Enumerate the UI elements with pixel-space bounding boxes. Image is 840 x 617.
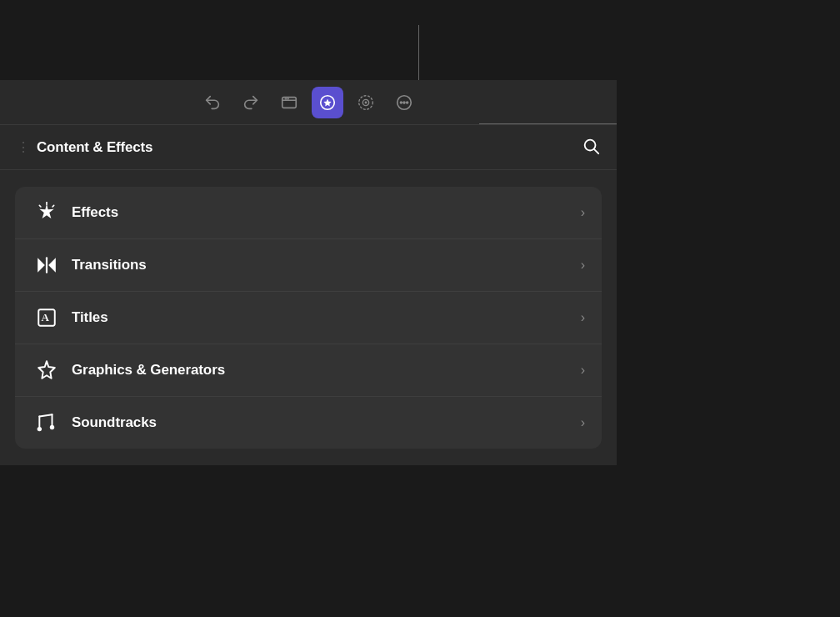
- titles-chevron: ›: [581, 310, 585, 325]
- search-icon[interactable]: [582, 137, 600, 158]
- panel-title: Content & Effects: [37, 139, 152, 156]
- svg-text:A: A: [42, 311, 50, 324]
- soundtracks-item[interactable]: Soundtracks ›: [15, 397, 602, 449]
- svg-point-10: [403, 102, 405, 103]
- redo-button[interactable]: [235, 87, 267, 118]
- svg-marker-19: [48, 258, 56, 272]
- soundtracks-icon: [32, 412, 62, 434]
- titles-item[interactable]: A Titles ›: [15, 292, 602, 344]
- menu-list: Effects › Transitions › A: [15, 187, 602, 449]
- svg-point-11: [407, 102, 408, 103]
- svg-line-23: [39, 414, 52, 416]
- svg-marker-4: [323, 98, 331, 106]
- graphics-generators-chevron: ›: [581, 363, 585, 378]
- transitions-chevron: ›: [581, 258, 585, 273]
- svg-point-1: [285, 98, 286, 98]
- content-effects-button[interactable]: [312, 87, 343, 118]
- annotation-horizontal-line: [479, 123, 617, 124]
- effects-icon: [32, 202, 62, 223]
- soundtracks-label: Soundtracks: [72, 414, 581, 431]
- transitions-label: Transitions: [72, 257, 581, 273]
- transitions-item[interactable]: Transitions ›: [15, 239, 602, 292]
- svg-line-15: [52, 205, 54, 207]
- photos-video-button[interactable]: [273, 87, 305, 118]
- titles-label: Titles: [72, 309, 581, 326]
- titles-icon: A: [32, 307, 62, 329]
- svg-point-9: [400, 102, 402, 103]
- svg-line-16: [39, 205, 41, 207]
- effects-item[interactable]: Effects ›: [15, 187, 602, 239]
- undo-button[interactable]: [197, 87, 228, 118]
- graphics-generators-item[interactable]: Graphics & Generators ›: [15, 344, 602, 397]
- magic-button[interactable]: [350, 87, 382, 118]
- transitions-icon: [32, 254, 62, 276]
- panel-header: ⋮ Content & Effects: [0, 125, 617, 170]
- soundtracks-chevron: ›: [581, 415, 585, 430]
- more-button[interactable]: [388, 87, 420, 118]
- effects-chevron: ›: [581, 205, 585, 220]
- svg-line-13: [594, 149, 598, 153]
- svg-marker-17: [38, 258, 45, 272]
- toolbar: [0, 80, 617, 125]
- drag-handle-icon: ⋮: [17, 139, 30, 155]
- graphics-generators-icon: [32, 359, 62, 381]
- svg-point-2: [288, 98, 288, 98]
- content-area: Effects › Transitions › A: [0, 170, 617, 465]
- svg-rect-0: [282, 97, 297, 108]
- annotation-vertical-line: [418, 25, 419, 80]
- effects-label: Effects: [72, 204, 581, 221]
- svg-point-7: [365, 102, 366, 103]
- svg-point-26: [50, 425, 54, 429]
- svg-point-25: [38, 427, 42, 431]
- graphics-generators-label: Graphics & Generators: [72, 362, 581, 379]
